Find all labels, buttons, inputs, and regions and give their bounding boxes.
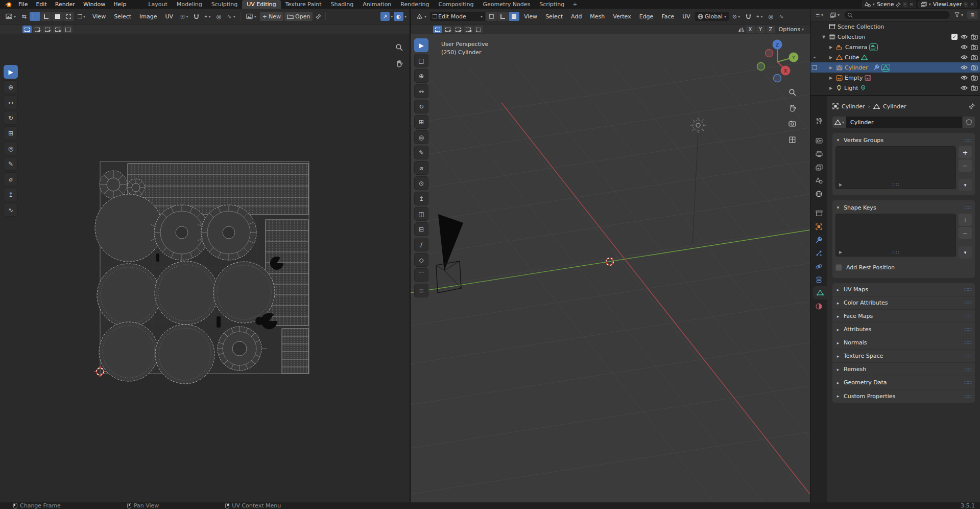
tab-constraints[interactable] [810,273,827,286]
editor-divider[interactable] [410,9,411,502]
vp-menu-add[interactable]: Add [567,9,585,24]
new-layer-icon[interactable]: ⎘ [964,2,968,8]
perspective-toggle-icon[interactable] [786,134,798,145]
drag-grip-icon[interactable]: ∷∷ [964,340,972,345]
tab-world[interactable] [810,187,827,200]
select-subtract-mode-button[interactable]: − [453,26,463,33]
drag-grip-icon[interactable]: ∷∷ [892,249,900,255]
tool-button[interactable]: ⊕ [414,69,428,83]
drag-grip-icon[interactable]: ∷∷ [964,394,972,399]
uv-menu-view[interactable]: View [89,9,109,24]
select-intersect-mode-button[interactable] [474,26,483,33]
expand-icon[interactable]: ▶ [828,45,834,50]
scene-name[interactable]: Scene [877,1,894,8]
remove-vertex-group-button[interactable]: − [959,159,972,172]
shape-key-specials-button[interactable]: ▾ [959,246,972,259]
face-select-button[interactable] [509,12,519,21]
image-browse-button[interactable]: ▾ [244,12,259,21]
select-intersect-mode-button[interactable] [63,26,73,33]
tab-collection[interactable] [810,206,827,220]
workspace-tab-scripting[interactable]: Scripting [535,0,569,9]
blender-logo-icon[interactable] [4,1,12,8]
select-invert-mode-button[interactable]: ± [464,26,473,33]
datablock-name-input[interactable]: Cylinder [846,117,962,128]
vp-menu-vertex[interactable]: Vertex [609,9,634,24]
tool-button[interactable]: ✎ [4,157,18,171]
uv-vertex-select-button[interactable] [30,12,40,21]
pan-hand-icon[interactable] [786,102,798,113]
add-rest-position-checkbox[interactable] [835,264,842,271]
camera-data-badge[interactable] [869,43,878,51]
tool-button[interactable]: ↥ [414,192,428,205]
tool-button[interactable]: ⊟ [414,222,428,236]
render-visibility-icon[interactable] [971,34,978,40]
proportional-edit-toggle[interactable]: ◎ [214,12,224,21]
select-invert-mode-button[interactable]: ± [53,26,62,33]
vertex-groups-header[interactable]: ▾ Vertex Groups ∷∷ [835,135,972,145]
tool-button[interactable]: ↔ [4,96,18,109]
vp-menu-face[interactable]: Face [658,9,678,24]
navigation-gizmo[interactable]: Z Y X [754,37,801,84]
vp-menu-select[interactable]: Select [542,9,566,24]
vp-menu-mesh[interactable]: Mesh [586,9,608,24]
viewport-canvas[interactable]: User Perspective (250) Cylinder ▶□⊕↔↻⊞◎✎… [411,34,810,502]
tool-button[interactable]: ◎ [414,130,428,144]
menu-help[interactable]: Help [109,1,130,8]
zoom-icon[interactable] [786,86,798,98]
workspace-tab-sculpting[interactable]: Sculpting [207,0,242,9]
workspace-tab-modeling[interactable]: Modeling [172,0,207,9]
breadcrumb-data[interactable]: Cylinder [883,103,906,110]
shape-keys-list[interactable]: ▶ ∷∷ [835,214,956,257]
uv-overlays-button[interactable]: ◐ [394,12,403,21]
hide-eye-icon[interactable] [961,65,968,70]
drag-grip-icon[interactable]: ∷∷ [964,366,972,372]
remove-shape-key-button[interactable]: − [959,227,972,239]
drag-grip-icon[interactable]: ∷∷ [892,182,900,188]
tool-button[interactable]: ↻ [4,111,18,125]
outliner-display-mode-button[interactable]: ▾ [827,10,842,19]
drag-grip-icon[interactable]: ∷∷ [964,300,972,306]
uv-pivot-button[interactable]: ⊡▾ [178,12,190,21]
tab-output[interactable] [810,147,827,160]
select-set-mode-button[interactable] [433,26,442,33]
pan-hand-icon[interactable] [393,58,404,69]
editor-divider[interactable] [810,9,810,502]
tool-button[interactable]: ✎ [414,146,428,159]
outliner-row-camera[interactable]: ▶ Camera [810,42,980,52]
pin-icon[interactable] [896,2,901,7]
collapsed-panel[interactable]: ▸ Custom Properties ∷∷ [832,389,975,403]
tab-modifiers[interactable] [810,233,827,246]
modifier-wrench-icon[interactable] [873,64,879,71]
tool-button[interactable]: ⊞ [414,115,428,129]
workspace-tab-geometry-nodes[interactable]: Geometry Nodes [478,0,535,9]
view-layer-selector[interactable]: ▾ ViewLayer ⎘ ✕ [918,1,977,8]
tab-render[interactable] [810,134,827,147]
collapsed-panel[interactable]: ▸ Remesh ∷∷ [832,363,975,376]
new-collection-button[interactable]: ⊞ [967,11,977,19]
remove-layer-icon[interactable]: ✕ [970,2,974,7]
snap-magnet-icon[interactable] [192,12,201,21]
workspace-tab-uv-editing[interactable]: UV Editing [242,0,280,9]
workspace-tab-rendering[interactable]: Rendering [396,0,434,9]
mesh-data-badge[interactable] [881,64,890,72]
vertex-select-button[interactable] [486,12,497,21]
hide-eye-icon[interactable] [961,44,968,50]
drag-grip-icon[interactable]: ∷∷ [964,313,972,319]
add-vertex-group-button[interactable]: + [959,146,972,158]
transform-orientation-dropdown[interactable]: Global ▾ [695,12,729,21]
drag-grip-icon[interactable]: ∷∷ [964,353,972,359]
uv-gizmos-button[interactable]: ↗ [380,12,390,21]
collapsed-panel[interactable]: ▸ Color Attributes ∷∷ [832,296,975,310]
tool-button[interactable]: ⌀ [4,172,18,186]
expand-icon[interactable]: ▶ [828,86,834,90]
select-extend-mode-button[interactable]: + [33,26,42,33]
uv-canvas[interactable]: ▶⊕↔↻⊞◎✎⌀↥∿ [0,34,410,502]
mirror-y-button[interactable]: Y [756,26,765,33]
proportional-falloff-button[interactable]: ∿ [776,12,786,21]
tab-view-layer[interactable] [810,160,827,174]
vp-menu-edge[interactable]: Edge [636,9,657,24]
tool-options-dropdown[interactable]: Options▾ [777,26,806,33]
collapsed-panel[interactable]: ▸ UV Maps ∷∷ [832,283,975,296]
scene-selector[interactable]: ▾ Scene ⎘ ✕ [862,1,916,8]
pivot-point-button[interactable]: ⊙▾ [730,12,743,21]
